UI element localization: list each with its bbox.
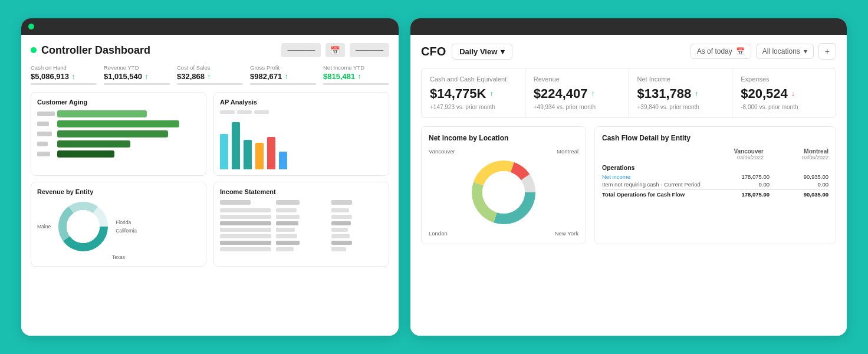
cfo-revenue-label: Revenue [534,76,620,83]
donut-labels-left: Maine [37,224,51,230]
kpi-cost-label: Cost of Sales [177,64,243,71]
location-london: London [429,230,448,237]
chevron-down-icon: ▾ [804,47,807,55]
date-filter-btn[interactable]: ────── [281,43,321,57]
kpi-bar [104,83,170,85]
cf-total-montreal: 90,035.00 [781,191,828,198]
more-btn[interactable]: ────── [350,43,389,57]
cash-flow-detail-card: Cash Flow Detail by Entity Vancouver 03/… [594,126,836,244]
hbar-bar-4 [57,140,130,148]
cfo-cash-value: $14,775K ↑ [430,86,517,101]
arrow-up-icon: ↑ [71,73,75,81]
arrow-up-icon: ↑ [284,73,288,81]
middle-charts-row: Customer Aging [31,92,389,176]
cf-total-label: Total Operations for Cash Flow [602,191,722,198]
cf-vancouver-date: 03/06/2022 [711,155,764,160]
cfo-right: As of today 📅 All locations ▾ + [691,43,836,60]
cfo-bottom-row: Net income by Location Vancouver Montrea… [421,126,836,244]
cfo-kpi-expenses: Expenses $20,524 ↓ -8,000 vs. prior mont… [732,68,836,117]
all-locations-btn[interactable]: All locations ▾ [756,44,814,59]
income-section [276,200,300,205]
kpi-gross-profit: Gross Profit $982,671 ↑ [250,64,316,85]
cfo-expenses-change: -8,000 vs. prior month [741,104,827,110]
svg-point-4 [67,210,100,243]
income-lines [220,200,383,251]
ap-analysis-chart [220,116,383,169]
cfo-kpi-revenue: Revenue $224,407 ↑ +49,934 vs. prior mon… [525,68,629,117]
calendar-icon-btn[interactable]: 📅 [326,43,345,57]
kpi-net-income-ytd: Net Income YTD $815,481 ↑ [323,64,389,85]
donut-bottom-labels: London New York [429,230,578,237]
hbar-label [37,122,49,126]
location-montreal: Montreal [557,148,578,155]
cfo-net-income-change: +39,840 vs. prior month [637,104,724,110]
cf-total-row: Total Operations for Cash Flow 178,075.0… [602,189,828,199]
ap-label [237,110,252,114]
calendar-icon: 📅 [736,47,745,55]
arrow-up-icon: ↑ [357,73,361,81]
location-maine: Maine [37,224,51,230]
kpi-cost-value: $32,868 ↑ [177,72,243,81]
arrow-up-icon: ↑ [144,73,148,81]
kpi-gross-label: Gross Profit [250,64,316,71]
left-kpi-row: Cash on Hand $5,086,913 ↑ Revenue YTD $1… [31,64,389,85]
title-dot [31,47,37,53]
cf-column-headers: Vancouver 03/06/2022 Montreal 03/06/2022 [711,148,828,160]
cfo-cash-label: Cash and Cash Equivalent [430,76,517,83]
kpi-gross-value: $982,671 ↑ [250,72,316,81]
hbar-bar-2 [57,120,179,127]
kpi-cost-sales: Cost of Sales $32,868 ↑ [177,64,243,85]
vbar-group-1 [220,134,228,169]
kpi-cash-value: $5,086,913 ↑ [31,72,97,81]
income-section [331,200,352,205]
dashboard-title: Controller Dashboard [31,44,150,57]
kpi-revenue-value: $1,015,540 ↑ [104,72,170,81]
cfo-kpi-cash: Cash and Cash Equivalent $14,775K ↑ +147… [422,68,525,117]
add-widget-btn[interactable]: + [818,43,836,60]
hbar-label [37,112,55,116]
cfo-net-income-label: Net Income [637,76,724,83]
donut-chart [57,200,110,253]
donut-svg [57,200,110,253]
as-of-label: As of today [697,47,732,55]
donut-top-labels: Vancouver Montreal [429,148,578,155]
cfo-net-income-value: $131,788 ↑ [637,86,724,101]
cf-header: Vancouver 03/06/2022 Montreal 03/06/2022 [602,148,828,160]
cf-vancouver-label: Vancouver [711,148,764,155]
cfo-header: CFO Daily View ▾ As of today 📅 All locat… [421,43,836,60]
as-of-btn[interactable]: As of today 📅 [691,44,751,59]
income-col-1 [220,200,271,251]
hbar-row-4 [37,140,200,148]
hbar-label [37,132,52,136]
cfo-revenue-value: $224,407 ↑ [534,86,620,101]
titlebar-dot [28,24,34,30]
cf-col-vancouver: Vancouver 03/06/2022 [711,148,764,160]
net-income-by-location-card: Net income by Location Vancouver Montrea… [421,126,586,244]
kpi-cash-on-hand: Cash on Hand $5,086,913 ↑ [31,64,97,85]
hbar-label [37,152,50,156]
vbar-3 [244,140,252,169]
cf-montreal-date: 03/06/2022 [775,155,828,160]
kpi-bar [177,83,243,85]
hbar-row-2 [37,120,200,127]
trend-up-icon: ↑ [591,90,595,98]
vbar-4 [255,143,264,169]
kpi-bar [31,83,97,85]
cf-net-income-row: Net income 178,075.00 90,935.00 [602,173,828,181]
vbar-5 [267,137,275,169]
cf-net-income-values: 178,075.00 90,935.00 [722,173,828,180]
revenue-by-entity-card: Revenue by Entity Maine [31,182,206,267]
dashboard-header: Controller Dashboard ────── 📅 ────── [31,43,389,57]
daily-view-btn[interactable]: Daily View ▾ [452,44,512,60]
location-vancouver: Vancouver [429,148,455,155]
income-statement-title: Income Statement [220,188,383,195]
ap-analysis-title: AP Analysis [220,99,383,106]
cf-net-income-label: Net income [602,173,722,180]
customer-aging-chart [37,110,200,158]
vbar-group-6 [279,152,287,169]
cf-total-values: 178,075.00 90,035.00 [722,191,828,198]
cfo-donut-area: Vancouver Montreal [429,148,578,237]
cfo-expenses-label: Expenses [741,76,827,83]
income-col-2 [276,200,327,251]
vbar-1 [220,134,228,169]
